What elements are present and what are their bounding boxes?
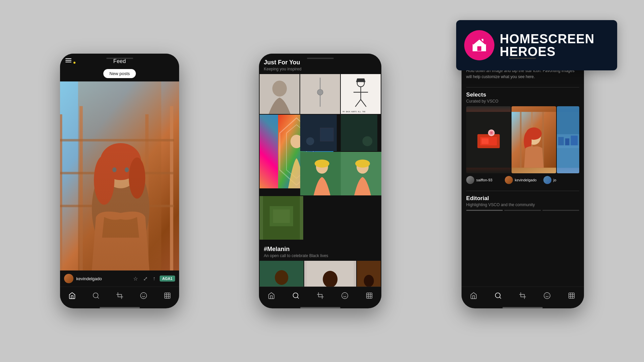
- svg-point-14: [112, 167, 116, 172]
- editorial-title: Editorial: [466, 195, 579, 202]
- main-photo: [60, 81, 179, 270]
- svg-line-17: [97, 297, 99, 298]
- phone-feed: Feed New posts: [60, 54, 179, 308]
- svg-text:MY BACK HURTS ALL THE: MY BACK HURTS ALL THE: [343, 111, 366, 113]
- home-indicator-1: [100, 307, 140, 308]
- editorial-header: Editorial Highlighting VSCO and the comm…: [462, 195, 584, 210]
- grid-photo-3[interactable]: MY BACK HURTS ALL THE: [341, 74, 381, 114]
- selects-photo-3[interactable]: [557, 106, 579, 173]
- melanin-photo-2[interactable]: [304, 261, 356, 287]
- share-button[interactable]: ↑: [152, 274, 157, 283]
- grid-photo-1[interactable]: [260, 74, 300, 114]
- editorial-tab-indicator-active: [466, 210, 503, 211]
- star-button[interactable]: ☆: [132, 274, 139, 283]
- editorial-subtitle: Highlighting VSCO and the community: [466, 202, 579, 207]
- house-svg: [470, 36, 488, 54]
- photo-caption-bar: kevindelgado ☆ ⤢ ↑ AGA1: [60, 270, 179, 287]
- just-for-you-title: Just For You: [264, 59, 377, 66]
- svg-point-12: [94, 156, 114, 205]
- svg-rect-7: [60, 172, 174, 174]
- nav-crop[interactable]: [114, 291, 126, 300]
- nav-home-2[interactable]: [265, 291, 277, 300]
- grid-photo-9[interactable]: [260, 196, 303, 240]
- svg-rect-21: [164, 293, 170, 299]
- melanin-photo-3[interactable]: [357, 261, 381, 287]
- svg-point-18: [140, 293, 146, 299]
- grid-photo-8[interactable]: [341, 152, 381, 195]
- svg-rect-6: [60, 139, 174, 141]
- svg-point-95: [544, 293, 550, 299]
- svg-point-10: [102, 147, 139, 188]
- editorial-tab-indicator: [504, 210, 541, 211]
- svg-point-30: [317, 89, 323, 95]
- bottom-nav-2: [259, 287, 381, 307]
- grid-photo-5[interactable]: [300, 115, 337, 151]
- svg-point-52: [355, 160, 370, 168]
- favorites-content: Favorite inspiring images Hold down an i…: [462, 54, 584, 287]
- svg-point-27: [272, 80, 287, 97]
- editorial-tab-indicator-2: [542, 210, 579, 211]
- nav-home[interactable]: [66, 291, 78, 300]
- grid-photo-2[interactable]: [300, 74, 340, 114]
- nav-chart-2[interactable]: [363, 291, 375, 300]
- home-indicator-2: [300, 307, 340, 308]
- svg-point-49: [315, 160, 329, 168]
- chip-avatar-1: [466, 176, 474, 184]
- chip-name-1: saiffon-93: [476, 178, 492, 182]
- new-posts-button[interactable]: New posts: [103, 69, 136, 78]
- expand-button[interactable]: ⤢: [142, 274, 149, 283]
- grid-photo-7[interactable]: [300, 152, 344, 195]
- svg-rect-90: [565, 138, 569, 145]
- selects-photo-2[interactable]: [512, 106, 556, 173]
- hamburger-button[interactable]: [65, 58, 71, 62]
- nav-search-2[interactable]: [290, 291, 302, 300]
- selects-grid: [462, 106, 584, 173]
- user-chip-2: kevindelgado: [505, 176, 541, 184]
- svg-point-62: [364, 275, 374, 287]
- nav-face-2[interactable]: [339, 291, 351, 300]
- user-avatar: [64, 274, 73, 283]
- melanin-photo-1[interactable]: [260, 261, 304, 287]
- heroes-text-block: HOMESCREEN HEROES: [500, 33, 609, 58]
- svg-rect-8: [60, 205, 174, 207]
- divider-2: [466, 191, 579, 191]
- svg-rect-103: [477, 46, 481, 51]
- scene: Feed New posts: [0, 0, 644, 362]
- selects-photo-1[interactable]: [466, 106, 511, 173]
- nav-face-3[interactable]: [541, 291, 553, 300]
- svg-point-15: [125, 167, 129, 172]
- nav-chart[interactable]: [161, 291, 173, 300]
- nav-crop-3[interactable]: [517, 291, 529, 300]
- svg-rect-45: [341, 115, 377, 151]
- nav-home-3[interactable]: [468, 291, 480, 300]
- melanin-header: #Melanin An open call to celebrate Black…: [259, 240, 381, 261]
- phone-favorites: Favorite inspiring images Hold down an i…: [462, 54, 584, 308]
- chip-name-2: kevindelgado: [515, 178, 537, 182]
- selects-header: Selects Curated by VSCO: [462, 92, 584, 106]
- selects-title: Selects: [466, 92, 579, 98]
- grid-photo-6[interactable]: [341, 115, 377, 151]
- nav-chart-3[interactable]: [566, 291, 578, 300]
- svg-rect-76: [482, 138, 489, 144]
- heroes-title-line2: HEROES: [500, 45, 609, 58]
- nav-face[interactable]: [138, 291, 150, 300]
- post-tag[interactable]: AGA1: [160, 276, 175, 282]
- nav-search-3[interactable]: [492, 291, 504, 300]
- svg-rect-5: [170, 106, 173, 270]
- editorial-tabs: [462, 210, 584, 211]
- svg-rect-2: [60, 114, 62, 270]
- svg-rect-81: [520, 112, 522, 168]
- nav-search[interactable]: [90, 291, 102, 300]
- svg-rect-98: [569, 293, 575, 299]
- svg-point-9: [92, 160, 150, 258]
- discover-content: Just For You Keeping you inspired: [259, 54, 381, 287]
- bottom-nav-3: [462, 287, 584, 307]
- heroes-house-icon: [464, 30, 494, 60]
- just-for-you-grid: MY BACK HURTS ALL THE: [259, 74, 381, 240]
- nav-crop-2[interactable]: [314, 291, 326, 300]
- svg-rect-3: [79, 106, 83, 270]
- svg-point-65: [342, 293, 348, 299]
- chip-avatar-3: [543, 176, 551, 184]
- svg-point-13: [129, 158, 145, 199]
- feed-topbar: Feed: [60, 54, 179, 67]
